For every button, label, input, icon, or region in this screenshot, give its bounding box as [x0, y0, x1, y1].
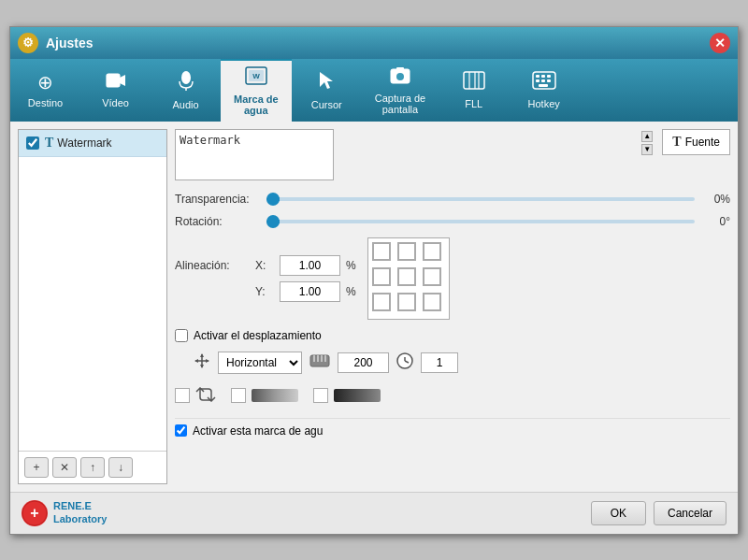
rotacion-value: 0° — [702, 215, 730, 228]
y-row: Y: % — [175, 281, 356, 302]
sample-pair-3 — [313, 388, 381, 403]
close-button[interactable]: ✕ — [710, 33, 730, 53]
scroll-arrows: ▲ ▼ — [641, 131, 653, 155]
move-down-button[interactable]: ↓ — [108, 457, 133, 478]
svg-point-2 — [181, 71, 191, 84]
delete-button[interactable]: ✕ — [52, 457, 77, 478]
svg-rect-0 — [107, 74, 120, 87]
y-percent: % — [346, 285, 356, 298]
svg-point-9 — [396, 73, 404, 80]
scroll-down-arrow[interactable]: ▼ — [641, 144, 653, 155]
sample-checkbox-3[interactable] — [313, 388, 328, 403]
destino-icon: ⊕ — [37, 71, 53, 93]
align-xy: Alineación: X: % Y: % — [175, 255, 356, 302]
grid-cell-bc[interactable] — [397, 293, 416, 311]
watermark-checkbox[interactable] — [26, 136, 39, 150]
svg-rect-29 — [310, 355, 329, 366]
x-row: Alineación: X: % — [175, 255, 356, 276]
logo-line1: RENE.E — [53, 500, 107, 512]
gear-icon: ⚙ — [18, 33, 38, 53]
text-icon: T — [45, 136, 53, 151]
tab-video[interactable]: Vídeo — [80, 59, 151, 122]
sample-checkbox-2[interactable] — [231, 388, 246, 403]
tab-audio[interactable]: Audio — [151, 59, 221, 122]
x-label: X: — [255, 259, 274, 272]
tab-cursor[interactable]: Cursor — [292, 59, 362, 122]
bottom-bar: + RENE.E Laboratory OK Cancelar — [10, 492, 738, 534]
video-icon — [106, 72, 126, 93]
watermark-list-label: T Watermark — [45, 136, 112, 151]
watermark-text-section: ▲ ▼ T Fuente — [175, 129, 730, 183]
captura-icon — [390, 65, 410, 89]
activate-row: Activar esta marca de agu — [175, 418, 730, 443]
tab-fll[interactable]: FLL — [439, 59, 509, 122]
activar-desplazamiento-checkbox[interactable] — [175, 329, 188, 342]
tab-hotkey[interactable]: Hotkey — [509, 59, 579, 122]
ruler-icon — [309, 354, 330, 370]
activate-marca-checkbox[interactable] — [175, 424, 187, 437]
sample-pair-1 — [175, 387, 216, 405]
textarea-container: ▲ ▼ — [175, 129, 654, 183]
svg-rect-10 — [396, 67, 404, 71]
scroll-up-arrow[interactable]: ▲ — [641, 131, 653, 142]
window-title: Ajustes — [46, 36, 94, 50]
transparencia-slider[interactable] — [266, 197, 695, 201]
watermark-text-input[interactable] — [175, 129, 334, 180]
svg-text:W: W — [252, 72, 260, 80]
grid-cell-tc[interactable] — [397, 242, 416, 261]
logo-area: + RENE.E Laboratory — [22, 500, 107, 526]
move-up-button[interactable]: ↑ — [80, 457, 105, 478]
svg-rect-21 — [547, 79, 551, 82]
grid-cell-bl[interactable] — [372, 293, 391, 311]
direction-move-icon — [194, 352, 210, 373]
transparencia-row: Transparencia: 0% — [175, 193, 730, 206]
add-button[interactable]: + — [24, 457, 49, 478]
alineacion-label: Alineación: — [175, 259, 250, 272]
svg-marker-28 — [206, 359, 209, 363]
watermark-list-item[interactable]: T Watermark — [19, 130, 166, 157]
time-input[interactable] — [421, 352, 458, 373]
svg-marker-7 — [320, 72, 333, 89]
panel-buttons: + ✕ ↑ ↓ — [19, 451, 166, 483]
grid-cell-tr[interactable] — [423, 242, 441, 261]
ok-button[interactable]: OK — [591, 501, 646, 525]
grid-cell-mr[interactable] — [423, 267, 441, 286]
svg-rect-18 — [547, 75, 551, 78]
dialog-buttons: OK Cancelar — [591, 501, 726, 525]
grid-cell-br[interactable] — [423, 293, 441, 311]
cursor-icon — [318, 70, 335, 95]
svg-text:+: + — [30, 505, 38, 521]
grid-cell-mc[interactable] — [397, 267, 416, 286]
x-input[interactable] — [280, 255, 340, 276]
grid-cell-tl[interactable] — [372, 242, 391, 261]
svg-rect-19 — [536, 79, 539, 82]
left-panel: T Watermark + ✕ ↑ ↓ — [18, 129, 167, 484]
tab-marca[interactable]: W Marca de agua — [221, 59, 292, 122]
sample-checkbox-1[interactable] — [175, 388, 190, 403]
sample-pair-2 — [231, 388, 298, 403]
direction-row: Horizontal Vertical — [175, 352, 730, 374]
y-input[interactable] — [280, 281, 340, 302]
alignment-grid — [367, 237, 450, 320]
svg-rect-22 — [539, 84, 548, 87]
activar-desplazamiento-label: Activar el desplazamiento — [194, 329, 322, 342]
fll-icon — [463, 71, 485, 94]
direction-select[interactable]: Horizontal Vertical — [218, 352, 302, 374]
cancel-button[interactable]: Cancelar — [654, 501, 726, 525]
svg-marker-26 — [200, 365, 204, 368]
main-window: ⚙ Ajustes ✕ ⊕ Destino Vídeo Audio W Marc… — [9, 26, 739, 535]
grid-cell-ml[interactable] — [372, 267, 391, 286]
tab-captura[interactable]: Captura de pantalla — [362, 59, 439, 122]
svg-rect-16 — [536, 75, 539, 78]
y-label: Y: — [255, 285, 274, 298]
rotacion-slider[interactable] — [266, 220, 695, 223]
rotacion-row: Rotación: 0° — [175, 215, 730, 228]
tab-destino[interactable]: ⊕ Destino — [10, 59, 80, 122]
samples-row — [175, 383, 730, 409]
marca-icon: W — [245, 66, 267, 90]
distance-input[interactable] — [338, 352, 389, 373]
alignment-row: Alineación: X: % Y: % — [175, 237, 730, 320]
fuente-button[interactable]: T Fuente — [662, 129, 730, 155]
rotacion-slider-container — [266, 220, 695, 223]
svg-rect-20 — [541, 79, 545, 82]
